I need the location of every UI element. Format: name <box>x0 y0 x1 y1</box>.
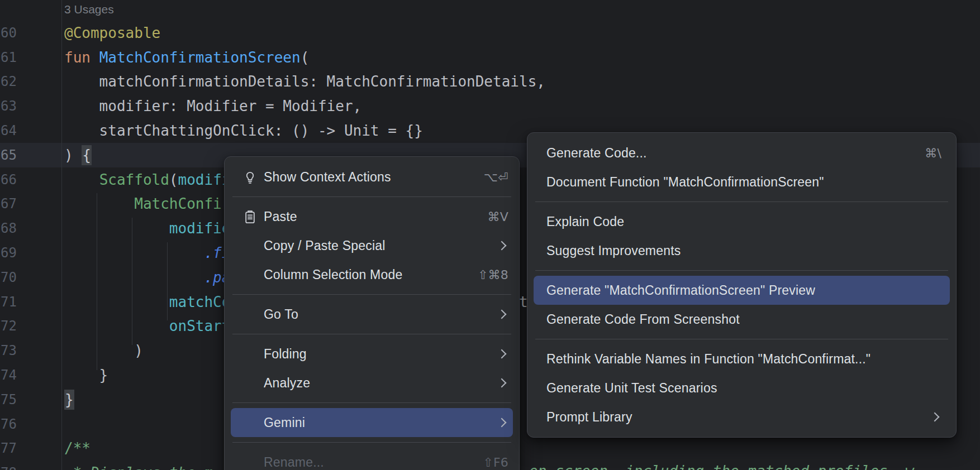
menu-separator <box>232 334 511 334</box>
line-number: 74 <box>0 363 17 387</box>
menu-item-suggest-improvements[interactable]: Suggest Improvements <box>534 236 950 265</box>
gemini-submenu: Generate Code...⌘\Document Function "Mat… <box>527 132 957 438</box>
line-number: 75 <box>0 387 17 412</box>
menu-item-column-selection-mode[interactable]: Column Selection Mode⇧⌘8 <box>231 260 513 289</box>
menu-item-label: Copy / Paste Special <box>264 238 386 253</box>
menu-item-label: Generate Code From Screenshot <box>546 312 740 327</box>
shortcut-hint: ⌘\ <box>914 146 941 160</box>
menu-item-label: Generate Code... <box>546 146 647 161</box>
chevron-right-icon <box>497 418 507 428</box>
chevron-right-icon <box>497 378 507 388</box>
menu-item-rename: Rename...⇧F6 <box>231 448 513 470</box>
menu-item-generate-unit-test-scenarios[interactable]: Generate Unit Test Scenarios <box>534 373 950 402</box>
editor-context-menu: Show Context Actions⌥⏎Paste⌘VCopy / Past… <box>224 156 520 470</box>
line-number: 62 <box>0 69 17 94</box>
menu-item-label: Rethink Variable Names in Function "Matc… <box>546 352 870 367</box>
code-line: /** <box>64 436 91 461</box>
paste-icon <box>242 209 258 224</box>
line-number: 69 <box>0 241 17 265</box>
line-number: 73 <box>0 338 17 363</box>
line-number: 77 <box>0 436 17 461</box>
shortcut-hint: ⇧⌘8 <box>467 268 508 282</box>
menu-item-label: Explain Code <box>546 214 624 229</box>
line-number: 76 <box>0 412 17 437</box>
menu-item-label: Rename... <box>264 455 324 470</box>
code-line: } <box>64 363 108 387</box>
chevron-right-icon <box>497 349 507 359</box>
menu-item-rethink-variable-names[interactable]: Rethink Variable Names in Function "Matc… <box>534 344 950 373</box>
line-number: 78 <box>0 461 17 470</box>
menu-item-label: Folding <box>264 347 307 362</box>
shortcut-hint: ⌥⏎ <box>473 170 508 184</box>
menu-item-label: Show Context Actions <box>264 170 391 185</box>
menu-item-label: Suggest Improvements <box>546 243 681 258</box>
menu-separator <box>232 196 511 197</box>
menu-item-label: Prompt Library <box>546 410 632 425</box>
doc-comment-fragment: en screen, including the matched profile… <box>529 459 914 470</box>
icon-placeholder <box>242 346 258 362</box>
chevron-right-icon <box>930 413 940 422</box>
menu-item-document-function[interactable]: Document Function "MatchConfirmationScre… <box>534 167 950 196</box>
line-number: 65 <box>0 143 17 167</box>
menu-item-copy-paste-special[interactable]: Copy / Paste Special <box>231 231 513 260</box>
icon-placeholder <box>242 267 258 282</box>
menu-item-label: Generate Unit Test Scenarios <box>546 381 717 396</box>
code-line: } <box>64 387 74 412</box>
shortcut-hint: ⌘V <box>477 210 508 224</box>
lightbulb-icon <box>242 169 258 185</box>
menu-item-generate-preview[interactable]: Generate "MatchConfirmationScreen" Previ… <box>534 276 950 305</box>
line-number: 70 <box>0 265 17 290</box>
menu-item-show-context-actions[interactable]: Show Context Actions⌥⏎ <box>231 162 513 191</box>
menu-item-label: Gemini <box>264 415 305 430</box>
chevron-right-icon <box>497 241 507 251</box>
icon-placeholder <box>242 375 258 391</box>
menu-item-go-to[interactable]: Go To <box>231 300 513 329</box>
code-line: @Composable <box>64 21 160 45</box>
icon-placeholder <box>242 306 258 322</box>
line-number: 60 <box>0 21 17 45</box>
menu-separator <box>535 202 948 202</box>
menu-item-prompt-library[interactable]: Prompt Library <box>534 402 950 431</box>
ide-window: 60616263646566676869707172737475767778 3… <box>0 0 980 470</box>
menu-item-label: Paste <box>264 209 297 224</box>
menu-item-paste[interactable]: Paste⌘V <box>231 202 513 231</box>
code-line: modifier: Modifier = Modifier, <box>64 94 361 118</box>
chevron-right-icon <box>497 310 507 319</box>
line-number: 66 <box>0 167 17 192</box>
menu-item-label: Analyze <box>264 376 310 391</box>
menu-item-label: Go To <box>264 307 298 322</box>
code-line: matchConfirmationDetails: MatchConfirmat… <box>64 69 545 94</box>
menu-separator <box>232 402 511 403</box>
line-number: 63 <box>0 94 17 118</box>
code-line: ) <box>64 338 143 363</box>
code-line: startChattingOnClick: () -> Unit = {} <box>64 118 423 143</box>
code-line: ) { <box>64 143 92 167</box>
line-number: 67 <box>0 191 17 216</box>
code-line: 3 Usages <box>64 0 114 21</box>
line-number: 68 <box>0 216 17 241</box>
menu-separator <box>535 270 948 271</box>
menu-separator <box>232 442 511 443</box>
code-line: * Displays the m <box>64 461 213 470</box>
line-number: 71 <box>0 290 17 314</box>
line-number: 72 <box>0 314 17 338</box>
icon-placeholder <box>242 238 258 253</box>
menu-separator <box>232 294 511 295</box>
menu-item-generate-code[interactable]: Generate Code...⌘\ <box>534 138 950 167</box>
menu-item-gemini[interactable]: Gemini <box>231 408 513 437</box>
shortcut-hint: ⇧F6 <box>472 455 508 469</box>
menu-item-label: Column Selection Mode <box>264 267 402 282</box>
menu-item-analyze[interactable]: Analyze <box>231 368 513 397</box>
gutter-separator <box>61 0 62 470</box>
menu-separator <box>535 339 948 339</box>
icon-placeholder <box>242 454 258 470</box>
menu-item-label: Generate "MatchConfirmationScreen" Previ… <box>546 283 815 298</box>
menu-item-folding[interactable]: Folding <box>231 339 513 368</box>
code-line: fun MatchConfirmationScreen( <box>64 45 309 70</box>
menu-item-explain-code[interactable]: Explain Code <box>534 207 950 236</box>
menu-item-label: Document Function "MatchConfirmationScre… <box>546 175 824 190</box>
line-number: 64 <box>0 118 17 143</box>
icon-placeholder <box>242 415 258 430</box>
menu-item-generate-code-from-screenshot[interactable]: Generate Code From Screenshot <box>534 305 950 334</box>
line-number: 61 <box>0 45 17 70</box>
